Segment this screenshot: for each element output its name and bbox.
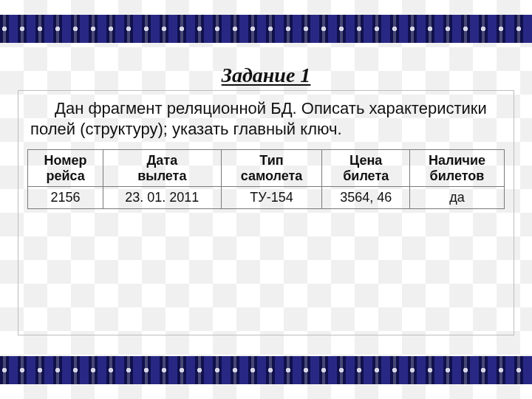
table-cell: ТУ-154 <box>221 187 322 209</box>
table-header-cell: Ценабилета <box>322 150 410 187</box>
table-cell: да <box>409 187 504 209</box>
content-frame: Дан фрагмент реляционной БД. Описать хар… <box>18 90 514 335</box>
table-header-cell: Номеррейса <box>28 150 103 187</box>
task-description: Дан фрагмент реляционной БД. Описать хар… <box>27 97 505 146</box>
table-header-cell: Датавылета <box>103 150 221 187</box>
table-header-cell: Наличиебилетов <box>409 150 504 187</box>
table-cell: 3564, 46 <box>322 187 410 209</box>
table-header-row: Номеррейса Датавылета Типсамолета Ценаби… <box>28 150 505 187</box>
decorative-border-top <box>0 15 532 43</box>
table-cell: 23. 01. 2011 <box>103 187 221 209</box>
table-row: 2156 23. 01. 2011 ТУ-154 3564, 46 да <box>28 187 505 209</box>
data-table: Номеррейса Датавылета Типсамолета Ценаби… <box>27 149 505 209</box>
decorative-border-bottom <box>0 356 532 384</box>
table-header-cell: Типсамолета <box>221 150 322 187</box>
table-cell: 2156 <box>28 187 103 209</box>
slide-title: Задание 1 <box>0 64 532 87</box>
